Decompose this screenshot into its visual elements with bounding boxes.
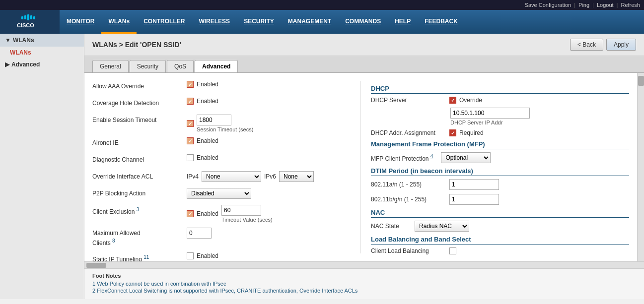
header-buttons: < Back Apply	[570, 39, 636, 51]
footnote-1-link[interactable]: 1 Web Policy cannot be used in combinati…	[92, 281, 226, 287]
right-column: DHCP DHCP Server Override DHCP Server IP…	[360, 81, 629, 253]
dtim-80211bgn-label: 802.11b/g/n (1 - 255)	[371, 196, 445, 203]
ipv4-select[interactable]: None	[202, 171, 261, 182]
static-ip-checkbox[interactable]	[187, 252, 194, 259]
ping-link[interactable]: Ping	[578, 2, 589, 8]
mfp-client-label: MFP Client Protection 4	[371, 154, 433, 162]
diagnostic-channel-checkbox[interactable]	[187, 154, 194, 161]
dhcp-server-ip-label: DHCP Server IP Addr	[450, 120, 502, 125]
tab-general[interactable]: General	[92, 60, 129, 72]
nav-security[interactable]: SECURITY	[237, 10, 281, 34]
client-exclusion-timeout-input[interactable]	[221, 205, 261, 216]
coverage-hole-checkbox[interactable]	[187, 98, 194, 105]
page-header: WLANs > Edit 'OPEN SSID' < Back Apply	[84, 34, 644, 56]
nav-wireless[interactable]: WIRELESS	[192, 10, 237, 34]
refresh-link[interactable]: Refresh	[621, 2, 640, 8]
dtim-80211an-input[interactable]	[449, 179, 499, 190]
layout: ▼ WLANs WLANs ▶ Advanced WLANs > Edit 'O…	[0, 34, 644, 299]
top-bar: Save Configuration | Ping | Logout | Ref…	[0, 0, 644, 10]
svg-rect-4	[33, 16, 35, 19]
p2p-blocking-label: P2P Blocking Action	[92, 188, 187, 198]
svg-rect-3	[21, 16, 23, 19]
mfp-client-select[interactable]: Optional Disabled Required	[441, 152, 491, 163]
nav-monitor[interactable]: MONITOR	[60, 10, 101, 34]
svg-rect-1	[27, 14, 29, 20]
dhcp-override-checkbox[interactable]	[449, 97, 456, 104]
sidebar-item-wlans[interactable]: WLANs	[0, 47, 84, 59]
nav-items: MONITOR WLANs CONTROLLER WIRELESS SECURI…	[60, 10, 465, 34]
client-load-balance-checkbox[interactable]	[449, 247, 456, 254]
main-content: WLANs > Edit 'OPEN SSID' < Back Apply Ge…	[84, 34, 644, 299]
tabs-bar: General Security QoS Advanced	[84, 56, 644, 73]
diagnostic-channel-value: Enabled	[187, 154, 218, 161]
static-ip-sup[interactable]: 11	[143, 254, 149, 260]
allow-aaa-checkbox[interactable]	[187, 81, 194, 88]
dhcp-server-label: DHCP Server	[371, 97, 445, 104]
nac-state-select[interactable]: Radius NAC None SNMP NAC	[415, 221, 469, 232]
nav-wlans[interactable]: WLANs	[101, 10, 137, 34]
max-clients-input[interactable]	[187, 228, 212, 239]
scrollbar-thumb[interactable]	[638, 76, 644, 86]
tab-qos[interactable]: QoS	[167, 60, 194, 72]
max-clients-sup[interactable]: 8	[112, 238, 115, 243]
footnote-2: 2 FlexConnect Local Switching is not sup…	[92, 288, 636, 294]
footnote-1: 1 Web Policy cannot be used in combinati…	[92, 281, 636, 287]
back-button[interactable]: < Back	[570, 39, 603, 51]
load-balance-section-header: Load Balancing and Band Select	[371, 236, 629, 244]
cisco-logo: CISCO	[8, 14, 48, 29]
aironet-ie-value: Enabled	[187, 137, 218, 144]
dhcp-ip-row: DHCP Server IP Addr	[450, 108, 629, 125]
sidebar: ▼ WLANs WLANs ▶ Advanced	[0, 34, 84, 299]
svg-rect-2	[30, 15, 32, 19]
hscroll-thumb[interactable]	[86, 263, 106, 268]
mfp-sup-link[interactable]: 4	[430, 154, 433, 159]
dhcp-required-checkbox[interactable]	[449, 129, 456, 136]
client-load-balance-label: Client Load Balancing	[371, 247, 445, 254]
sidebar-item-advanced[interactable]: ▶ Advanced	[0, 59, 84, 70]
sidebar-advanced-chevron: ▶	[5, 61, 9, 68]
dtim-80211bgn-input[interactable]	[449, 194, 499, 205]
tab-advanced[interactable]: Advanced	[195, 60, 238, 72]
mfp-section-header: Management Frame Protection (MFP)	[371, 140, 629, 149]
aironet-ie-row: Aironet IE Enabled	[92, 137, 351, 149]
dhcp-server-row: DHCP Server Override	[371, 97, 629, 104]
coverage-hole-row: Coverage Hole Detection Enabled	[92, 98, 351, 110]
sidebar-wlans-header[interactable]: ▼ WLANs	[0, 34, 84, 47]
allow-aaa-label: Allow AAA Override	[92, 81, 187, 91]
nac-state-label: NAC State	[371, 223, 411, 230]
svg-rect-0	[24, 15, 26, 19]
ipv6-select[interactable]: None	[279, 171, 314, 182]
ipv6-label: IPv6	[264, 173, 276, 180]
nav-management[interactable]: MANAGEMENT	[281, 10, 338, 34]
client-exclusion-sup[interactable]: 3	[137, 207, 140, 212]
max-clients-value	[187, 228, 212, 239]
page-title: WLANs > Edit 'OPEN SSID'	[92, 41, 181, 49]
allow-aaa-text: Enabled	[197, 81, 218, 88]
session-timeout-input[interactable]	[197, 115, 231, 125]
save-config-link[interactable]: Save Configuration	[525, 2, 572, 8]
dhcp-server-ip-input[interactable]	[450, 108, 530, 119]
left-column: Allow AAA Override Enabled Coverage Hole…	[92, 81, 351, 253]
nav-help[interactable]: HELP	[388, 10, 418, 34]
foot-notes-title: Foot Notes	[92, 273, 636, 279]
nav-controller[interactable]: CONTROLLER	[137, 10, 192, 34]
nav-feedback[interactable]: FEEDBACK	[418, 10, 465, 34]
tab-security[interactable]: Security	[130, 60, 166, 72]
footnote-2-link[interactable]: 2 FlexConnect Local Switching is not sup…	[92, 288, 358, 294]
allow-aaa-value: Enabled	[187, 81, 218, 88]
p2p-blocking-select[interactable]: Disabled Drop Forward-UpStream	[187, 188, 251, 199]
diagnostic-channel-row: Diagnostic Channel Enabled	[92, 154, 351, 166]
session-timeout-checkbox[interactable]	[187, 120, 194, 127]
coverage-hole-text: Enabled	[197, 98, 218, 105]
logout-link[interactable]: Logout	[597, 2, 614, 8]
apply-button[interactable]: Apply	[606, 39, 636, 51]
horizontal-scrollbar[interactable]	[84, 261, 644, 268]
coverage-hole-label: Coverage Hole Detection	[92, 98, 187, 108]
static-ip-label: Static IP Tunneling 11	[92, 252, 187, 261]
nav-commands[interactable]: COMMANDS	[338, 10, 388, 34]
scrollbar-track[interactable]	[637, 73, 644, 261]
coverage-hole-value: Enabled	[187, 98, 218, 105]
aironet-ie-checkbox[interactable]	[187, 137, 194, 144]
client-exclusion-checkbox[interactable]	[187, 210, 194, 217]
content-area: Allow AAA Override Enabled Coverage Hole…	[84, 73, 637, 261]
